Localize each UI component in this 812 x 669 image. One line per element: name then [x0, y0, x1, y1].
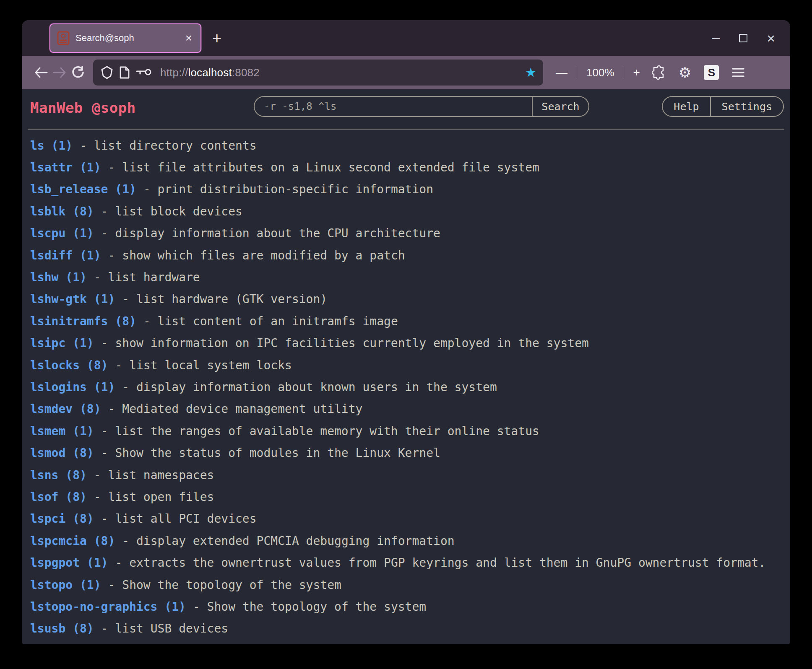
manpage-link[interactable]: lshw-gtk (1)	[30, 292, 115, 306]
result-row: lspgpot (1)- extracts the ownertrust val…	[30, 552, 782, 573]
result-row: lsmem (1)- list the ranges of available …	[30, 420, 782, 442]
result-row: lsusb (8)- list USB devices	[30, 618, 782, 640]
extension-s-icon[interactable]: S	[704, 65, 719, 80]
result-row: lslocks (8)- list local system locks	[30, 354, 782, 376]
manpage-link[interactable]: lsns (8)	[30, 468, 87, 482]
manpage-description: - list hardware (GTK version)	[122, 292, 327, 306]
manpage-link[interactable]: lsipc (1)	[30, 336, 94, 350]
result-row: lstopo-no-graphics (1)- Show the topolog…	[30, 596, 782, 617]
manpage-description: - list hardware	[94, 270, 200, 284]
manpage-link[interactable]: lsusb (8)	[30, 622, 94, 635]
result-row: lspci (8)- list all PCI devices	[30, 508, 782, 530]
manpage-description: - show information on IPC facilities cur…	[101, 336, 589, 350]
new-tab-button[interactable]: +	[212, 30, 221, 46]
window-maximize-button[interactable]	[739, 34, 747, 42]
manpage-link[interactable]: lsblk (8)	[30, 205, 94, 218]
manpage-description: - Show the topology of the system	[108, 578, 341, 592]
url-bar[interactable]: http://localhost:8082 ★	[93, 60, 543, 86]
result-row: lsmdev (8)- Mediated device management u…	[30, 398, 782, 420]
manpage-link[interactable]: lslogins (1)	[30, 380, 115, 394]
result-row: ls (1)- list directory contents	[30, 135, 782, 156]
manpage-link[interactable]: lsinitramfs (8)	[30, 314, 136, 328]
settings-button[interactable]: Settings	[710, 96, 784, 117]
manpage-description: - show which files are modified by a pat…	[108, 249, 405, 262]
tab-search-soph[interactable]: Search@soph ×	[49, 23, 201, 53]
tab-close-icon[interactable]: ×	[184, 32, 194, 44]
window-minimize-button[interactable]: ─	[712, 33, 720, 44]
search-group: Search	[254, 96, 589, 117]
site-brand: ManWeb @soph	[30, 99, 136, 116]
manpage-description: - list USB devices	[101, 622, 228, 635]
bookmark-star-icon[interactable]: ★	[525, 66, 536, 79]
manpage-description: - display information about known users …	[122, 380, 497, 394]
result-row: lslogins (1)- display information about …	[30, 376, 782, 398]
url-scheme: http://	[160, 66, 188, 79]
manpage-link[interactable]: lsof (8)	[30, 490, 87, 504]
zoom-out-button[interactable]: —	[556, 66, 567, 79]
navigation-toolbar: http://localhost:8082 ★ — 100% + ⚙ S	[22, 56, 790, 89]
page-info-icon[interactable]	[119, 66, 130, 79]
help-button[interactable]: Help	[662, 96, 710, 117]
manpage-link[interactable]: lsmod (8)	[30, 446, 94, 460]
result-row: lscpu (1)- display information about the…	[30, 223, 782, 244]
manpage-link[interactable]: lspcmcia (8)	[30, 534, 115, 548]
header-actions: Help Settings	[662, 96, 784, 117]
zoom-in-button[interactable]: +	[633, 66, 640, 79]
menu-hamburger-icon[interactable]	[731, 67, 745, 78]
manpage-link[interactable]: lsmem (1)	[30, 424, 94, 438]
url-text[interactable]: http://localhost:8082	[160, 66, 260, 79]
manpage-description: - list block devices	[101, 205, 242, 218]
search-button[interactable]: Search	[533, 96, 589, 117]
shield-icon[interactable]	[101, 66, 113, 79]
manpage-link[interactable]: lspgpot (1)	[30, 556, 108, 570]
result-row: lstopo (1)- Show the topology of the sys…	[30, 574, 782, 596]
result-row: lshw (1)- list hardware	[30, 266, 782, 288]
tab-bar: Search@soph × + ─ ×	[22, 20, 790, 56]
manpage-link[interactable]: lspci (8)	[30, 512, 94, 526]
manpage-description: - Show the topology of the system	[193, 600, 426, 614]
result-row: lsb_release (1)- print distribution-spec…	[30, 179, 782, 200]
manpage-link[interactable]: lstopo (1)	[30, 578, 101, 592]
page-header: ManWeb @soph Search Help Settings	[22, 89, 790, 129]
result-row: lspcmcia (8)- display extended PCMCIA de…	[30, 530, 782, 552]
reload-button[interactable]	[69, 63, 87, 82]
result-row: lsdiff (1)- show which files are modifie…	[30, 244, 782, 266]
manpage-link[interactable]: lslocks (8)	[30, 358, 108, 372]
manpage-link[interactable]: lsdiff (1)	[30, 249, 101, 262]
manpage-description: - list local system locks	[115, 358, 291, 372]
manpage-link[interactable]: lsattr (1)	[30, 161, 101, 174]
extensions-puzzle-icon[interactable]	[652, 65, 666, 80]
settings-gear-icon[interactable]: ⚙	[679, 65, 691, 80]
zoom-controls: — 100% +	[556, 66, 640, 79]
manpage-description: - display extended PCMCIA debugging info…	[122, 534, 454, 548]
results-list: ls (1)- list directory contentslsattr (1…	[22, 130, 790, 640]
window-close-button[interactable]: ×	[767, 31, 775, 45]
tab-title: Search@soph	[75, 33, 184, 44]
manpage-link[interactable]: ls (1)	[30, 139, 73, 153]
manpage-description: - list all PCI devices	[101, 512, 257, 526]
url-port: :8082	[232, 66, 260, 79]
result-row: lsattr (1)- list file attributes on a Li…	[30, 156, 782, 178]
manpage-description: - Show the status of modules in the Linu…	[101, 446, 440, 460]
manpage-link[interactable]: lsb_release (1)	[30, 182, 136, 196]
manpage-link[interactable]: lsmdev (8)	[30, 402, 101, 416]
forward-button[interactable]	[50, 63, 69, 82]
manpage-description: - list namespaces	[94, 468, 214, 482]
result-row: lsns (8)- list namespaces	[30, 464, 782, 486]
back-button[interactable]	[32, 63, 50, 82]
manpage-description: - extracts the ownertrust values from PG…	[115, 556, 765, 570]
divider	[624, 66, 624, 79]
search-input[interactable]	[254, 96, 533, 117]
manpage-link[interactable]: lshw (1)	[30, 270, 87, 284]
manpage-description: - list the ranges of available memory wi…	[101, 424, 539, 438]
result-row: lsof (8)- list open files	[30, 486, 782, 508]
manpage-link[interactable]: lscpu (1)	[30, 226, 94, 240]
manpage-description: - display information about the CPU arch…	[101, 226, 440, 240]
result-row: lsipc (1)- show information on IPC facil…	[30, 332, 782, 354]
manpage-link[interactable]: lstopo-no-graphics (1)	[30, 600, 186, 614]
manpage-description: - list file attributes on a Linux second…	[108, 161, 539, 174]
zoom-level[interactable]: 100%	[586, 66, 614, 79]
result-row: lsblk (8)- list block devices	[30, 200, 782, 222]
manpage-description: - print distribution-specific informatio…	[143, 182, 433, 196]
permissions-key-icon[interactable]	[136, 68, 153, 77]
